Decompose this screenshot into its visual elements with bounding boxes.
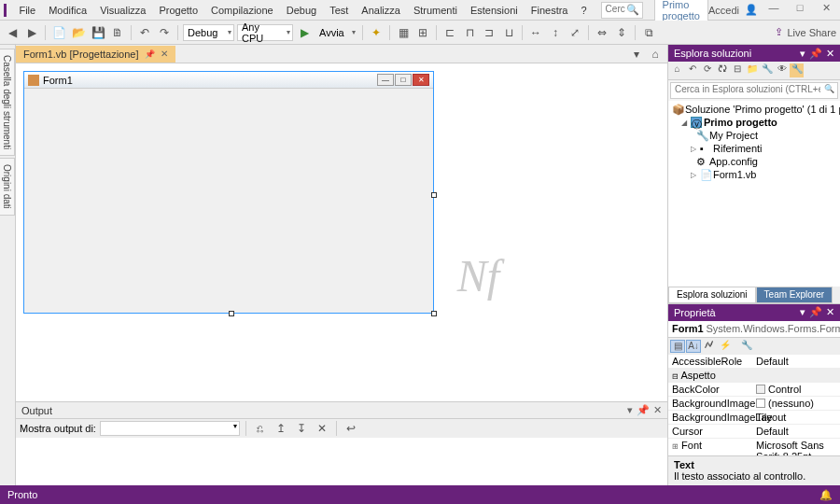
property-row[interactable]: ⊟ Aspetto — [668, 369, 840, 383]
menu-debug[interactable]: Debug — [280, 2, 323, 19]
toolbox-tab[interactable]: Casella degli strumenti — [0, 49, 15, 156]
hspace-icon[interactable]: ⇔ — [594, 24, 610, 41]
notification-icon[interactable]: 🔔 — [819, 489, 833, 501]
expand-icon[interactable]: ▷ — [689, 171, 698, 179]
tab-dropdown-icon[interactable]: ▾ — [628, 46, 645, 63]
tab-solexp[interactable]: Esplora soluzioni — [668, 287, 756, 303]
run-button[interactable]: Avvia — [315, 24, 357, 41]
output-prev-icon[interactable]: ↥ — [273, 420, 289, 437]
user-icon[interactable]: 👤 — [745, 4, 758, 16]
menu-?[interactable]: ? — [574, 2, 593, 19]
new-file-icon[interactable]: 📄 — [50, 24, 67, 41]
solexp-search[interactable] — [670, 82, 838, 99]
home-icon[interactable]: ⌂ — [670, 63, 684, 77]
form-body[interactable] — [24, 89, 433, 313]
pin-icon[interactable]: 📌 — [145, 49, 155, 59]
play-icon[interactable]: ▶ — [296, 24, 313, 41]
search-input[interactable] — [606, 4, 625, 14]
quick-search[interactable]: 🔍 — [601, 2, 643, 19]
proppage-icon[interactable]: 🔧 — [739, 340, 754, 353]
order-icon[interactable]: ⧉ — [640, 24, 657, 41]
panel-close-icon[interactable]: ✕ — [653, 404, 662, 416]
panel-pin-icon[interactable]: 📌 — [809, 306, 822, 318]
alpha-icon[interactable]: A↓ — [686, 340, 701, 353]
doc-tab-form1[interactable]: Form1.vb [Progettazione] 📌 ✕ — [16, 46, 175, 63]
align-left-icon[interactable]: ⊏ — [441, 24, 458, 41]
solexp-search-input[interactable] — [675, 84, 820, 94]
liveshare-icon[interactable]: ⇪ — [775, 26, 783, 38]
undo-icon[interactable]: ↶ — [136, 24, 153, 41]
solution-tree[interactable]: 📦Soluzione 'Primo progetto' (1 di 1 prog… — [668, 101, 840, 287]
output-find-icon[interactable]: ⎌ — [252, 420, 269, 437]
size-v-icon[interactable]: ↕ — [547, 24, 564, 41]
sync-icon[interactable]: ⟳ — [700, 63, 714, 77]
grid-icon[interactable]: ▦ — [395, 24, 412, 41]
categorized-icon[interactable]: ▤ — [670, 340, 685, 353]
menu-compilazione[interactable]: Compilazione — [204, 2, 280, 19]
project-node[interactable]: Primo progetto — [704, 117, 777, 128]
open-icon[interactable]: 📂 — [70, 24, 87, 41]
snap-icon[interactable]: ⊞ — [414, 24, 431, 41]
menu-file[interactable]: File — [12, 2, 42, 19]
menu-strumenti[interactable]: Strumenti — [407, 2, 464, 19]
menu-finestra[interactable]: Finestra — [525, 2, 575, 19]
panel-dropdown-icon[interactable]: ▾ — [800, 48, 805, 60]
platform-combo[interactable]: Any CPU — [237, 24, 293, 41]
tool-icon[interactable]: ✦ — [368, 24, 385, 41]
property-row[interactable]: CursorDefault — [668, 425, 840, 439]
property-row[interactable]: AccessibleRoleDefault — [668, 355, 840, 369]
output-next-icon[interactable]: ↧ — [293, 420, 310, 437]
redo-icon[interactable]: ↷ — [156, 24, 173, 41]
props-icon[interactable]: 🗲 — [702, 340, 717, 353]
panel-close-icon[interactable]: ✕ — [826, 48, 834, 60]
expand-icon[interactable]: ◢ — [679, 119, 689, 127]
align-top-icon[interactable]: ⊔ — [500, 24, 517, 41]
property-grid[interactable]: AccessibleRoleDefault⊟ AspettoBackColorC… — [668, 355, 840, 456]
nav-back-icon[interactable]: ◀ — [4, 24, 21, 41]
form-designer[interactable]: Form1 — □ ✕ Nf — [16, 63, 667, 401]
props-object-combo[interactable]: Form1 System.Windows.Forms.Form ▾ — [668, 321, 840, 338]
showall-icon[interactable]: 📁 — [745, 63, 759, 77]
menu-progetto[interactable]: Progetto — [152, 2, 204, 19]
close-tab-icon[interactable]: ✕ — [161, 49, 168, 59]
property-row[interactable]: BackgroundImage(nessuno) — [668, 397, 840, 411]
output-content[interactable] — [16, 438, 667, 485]
tree-item[interactable]: Form1.vb — [713, 169, 756, 180]
props-icon[interactable]: 🔧 — [760, 63, 774, 77]
resize-handle[interactable] — [431, 311, 437, 316]
tree-item[interactable]: My Project — [709, 130, 758, 141]
expand-icon[interactable]: ▷ — [689, 145, 698, 153]
wrench-icon[interactable]: 🔧 — [790, 63, 804, 77]
output-source-combo[interactable] — [100, 421, 240, 436]
tree-item[interactable]: Riferimenti — [713, 143, 763, 154]
property-row[interactable]: BackgroundImageLayoutTile — [668, 411, 840, 425]
resize-handle[interactable] — [431, 192, 437, 198]
menu-visualizza[interactable]: Visualizza — [93, 2, 152, 19]
align-center-icon[interactable]: ⊓ — [461, 24, 478, 41]
resize-handle[interactable] — [229, 311, 234, 316]
liveshare-label[interactable]: Live Share — [787, 27, 836, 38]
panel-pin-icon[interactable]: 📌 — [637, 404, 650, 416]
maximize-button[interactable]: □ — [790, 2, 810, 19]
save-all-icon[interactable]: 🗎 — [109, 24, 126, 41]
property-row[interactable]: BackColorControl — [668, 383, 840, 397]
panel-pin-icon[interactable]: 📌 — [809, 48, 822, 60]
refresh-icon[interactable]: 🗘 — [715, 63, 729, 77]
form-preview[interactable]: Form1 — □ ✕ — [23, 71, 434, 314]
collapse-icon[interactable]: ⊟ — [730, 63, 744, 77]
panel-close-icon[interactable]: ✕ — [826, 306, 834, 318]
output-clear-icon[interactable]: ✕ — [314, 420, 330, 437]
menu-estensioni[interactable]: Estensioni — [464, 2, 525, 19]
signin-link[interactable]: Accedi — [708, 5, 739, 16]
size-both-icon[interactable]: ⤢ — [567, 24, 583, 41]
tree-item[interactable]: App.config — [709, 156, 758, 167]
align-right-icon[interactable]: ⊐ — [481, 24, 497, 41]
nav-fwd-icon[interactable]: ▶ — [23, 24, 40, 41]
preview-icon[interactable]: 👁 — [775, 63, 789, 77]
vspace-icon[interactable]: ⇕ — [613, 24, 630, 41]
panel-dropdown-icon[interactable]: ▾ — [800, 306, 805, 318]
menu-modifica[interactable]: Modifica — [42, 2, 93, 19]
tab-home-icon[interactable]: ⌂ — [647, 46, 664, 63]
menu-test[interactable]: Test — [323, 2, 355, 19]
panel-dropdown-icon[interactable]: ▾ — [627, 404, 633, 416]
